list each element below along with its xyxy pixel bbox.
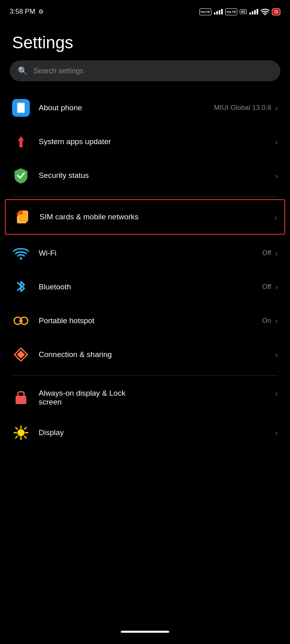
- system-apps-label: System apps updater: [39, 137, 111, 146]
- volte2-icon: VoLTE: [225, 8, 237, 15]
- wifi-settings-icon: [13, 246, 29, 260]
- about-phone-chevron: ›: [275, 103, 278, 113]
- wifi-chevron: ›: [275, 249, 278, 258]
- about-phone-icon: [12, 99, 30, 117]
- search-icon: 🔍: [18, 66, 28, 76]
- hotspot-settings-icon: [13, 313, 29, 329]
- status-time: 3:58 PM ⚙: [10, 8, 44, 16]
- wifi-icon-container: [12, 244, 30, 262]
- signal2-bars: [249, 9, 258, 14]
- security-status-label: Security status: [39, 171, 89, 180]
- always-on-content: Always-on display & Lockscreen: [39, 389, 275, 407]
- svg-rect-11: [16, 396, 27, 404]
- hotspot-item[interactable]: Portable hotspot On ›: [0, 304, 290, 338]
- hotspot-content: Portable hotspot: [39, 316, 262, 325]
- battery-percent: 15: [274, 10, 278, 14]
- wifi-icon: [261, 8, 269, 15]
- bluetooth-item[interactable]: Bluetooth Off ›: [0, 270, 290, 304]
- connection-content: Connection & sharing: [39, 350, 275, 359]
- svg-line-17: [16, 427, 17, 429]
- arrow-up-icon: [14, 134, 28, 149]
- volte1-icon: VoLTE: [199, 8, 211, 15]
- connection-sharing-item[interactable]: Connection & sharing ›: [0, 338, 290, 372]
- bluetooth-icon-container: [12, 278, 30, 296]
- home-indicator-bar: [0, 622, 290, 644]
- time-display: 3:58 PM: [10, 8, 35, 16]
- sim-cards-item[interactable]: SIM cards & mobile networks ›: [5, 199, 285, 235]
- signal1-bars: [214, 9, 223, 14]
- bluetooth-settings-icon: [14, 279, 28, 295]
- sim-cards-label: SIM cards & mobile networks: [39, 213, 139, 221]
- wifi-content: Wi-Fi: [39, 249, 262, 258]
- security-status-content: Security status: [39, 171, 275, 180]
- sim-cards-icon: [14, 209, 30, 225]
- display-item[interactable]: Display ›: [0, 415, 290, 447]
- svg-point-8: [19, 319, 23, 322]
- connection-chevron: ›: [275, 350, 278, 359]
- system-apps-chevron: ›: [275, 137, 278, 147]
- svg-point-0: [264, 14, 266, 15]
- system-apps-icon: [12, 133, 30, 151]
- connection-icon-container: [12, 346, 30, 363]
- always-on-display-item[interactable]: Always-on display & Lockscreen ›: [0, 378, 290, 415]
- system-apps-updater-item[interactable]: System apps updater ›: [0, 125, 290, 159]
- hotspot-value: On: [262, 317, 276, 325]
- status-icons: VoLTE VoLTE 4G 15: [199, 8, 280, 15]
- svg-point-12: [17, 429, 25, 436]
- divider-1: [12, 196, 278, 197]
- connection-label: Connection & sharing: [39, 350, 112, 359]
- home-indicator: [121, 631, 169, 633]
- display-content: Display: [39, 428, 275, 437]
- search-bar[interactable]: 🔍 Search settings: [10, 60, 280, 81]
- bluetooth-content: Bluetooth: [39, 283, 262, 291]
- security-status-chevron: ›: [275, 171, 278, 180]
- always-on-chevron: ›: [275, 389, 278, 398]
- sim-cards-chevron: ›: [274, 213, 277, 222]
- gear-icon: ⚙: [38, 8, 44, 15]
- always-on-label: Always-on display & Lockscreen: [39, 389, 125, 406]
- display-icon-container: [12, 424, 30, 442]
- svg-rect-4: [19, 211, 23, 215]
- lock-settings-icon: [14, 389, 28, 405]
- hotspot-icon-container: [12, 312, 30, 330]
- shield-check-icon: [13, 167, 29, 184]
- section-connectivity: SIM cards & mobile networks › Wi-Fi Off …: [0, 199, 290, 373]
- sim-icon-container: [13, 208, 31, 226]
- page-title: Settings: [0, 21, 290, 60]
- about-phone-content: About phone: [39, 103, 214, 112]
- bluetooth-value: Off: [262, 283, 275, 291]
- search-placeholder: Search settings: [33, 67, 83, 75]
- 4g-icon: 4G: [240, 9, 247, 14]
- section-display: Always-on display & Lockscreen › Display…: [0, 378, 290, 448]
- system-apps-content: System apps updater: [39, 137, 275, 146]
- lock-icon-container: [12, 388, 30, 406]
- svg-line-19: [25, 427, 26, 429]
- svg-line-20: [16, 436, 17, 438]
- sim-cards-content: SIM cards & mobile networks: [39, 213, 274, 221]
- svg-point-5: [20, 257, 22, 260]
- display-label: Display: [39, 428, 64, 437]
- divider-2: [12, 376, 278, 376]
- about-phone-value: MIUI Global 13.0.8: [214, 104, 276, 112]
- bluetooth-label: Bluetooth: [39, 283, 71, 291]
- connection-sharing-icon: [13, 347, 29, 363]
- about-phone-label: About phone: [39, 103, 82, 112]
- display-chevron: ›: [275, 428, 278, 438]
- svg-line-18: [25, 436, 26, 438]
- hotspot-label: Portable hotspot: [39, 316, 94, 325]
- security-status-icon: [12, 167, 30, 184]
- display-settings-icon: [13, 425, 29, 440]
- wifi-item[interactable]: Wi-Fi Off ›: [0, 236, 290, 270]
- bluetooth-chevron: ›: [275, 283, 278, 292]
- wifi-label: Wi-Fi: [39, 249, 56, 257]
- battery-indicator: 15: [272, 8, 280, 15]
- section-top: About phone MIUI Global 13.0.8 › System …: [0, 91, 290, 194]
- wifi-value: Off: [262, 249, 275, 257]
- security-status-item[interactable]: Security status ›: [0, 159, 290, 192]
- about-phone-item[interactable]: About phone MIUI Global 13.0.8 ›: [0, 91, 290, 125]
- hotspot-chevron: ›: [275, 316, 278, 326]
- status-bar: 3:58 PM ⚙ VoLTE VoLTE 4G: [0, 0, 290, 21]
